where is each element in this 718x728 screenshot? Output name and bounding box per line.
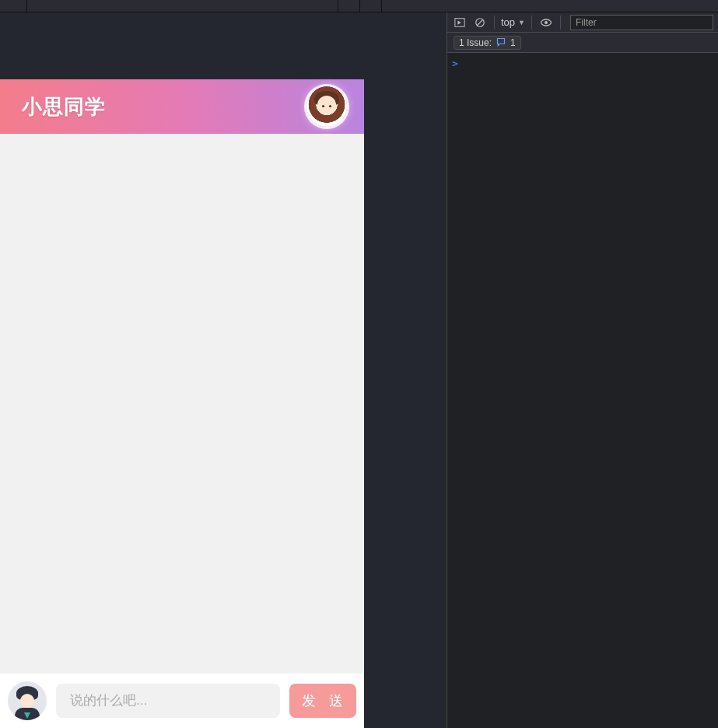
avatar-eye: [322, 105, 324, 107]
chat-window: 小思同学 发 送: [0, 79, 364, 728]
clear-console-icon[interactable]: [472, 15, 488, 30]
page-top-margin: [0, 12, 447, 79]
workspace: 小思同学 发 送: [0, 12, 718, 728]
devtools-panel: top ▼ 1 Issue: 1: [447, 12, 718, 728]
avatar-face: [20, 694, 34, 708]
issues-count: 1: [510, 37, 516, 48]
issues-label: 1 Issue:: [459, 37, 492, 48]
issues-bar: 1 Issue: 1: [447, 33, 718, 53]
console-prompt-icon: >: [452, 58, 458, 69]
chat-header: 小思同学: [0, 79, 364, 134]
issues-chip[interactable]: 1 Issue: 1: [454, 36, 521, 50]
toolbar-divider: [531, 16, 532, 30]
bot-avatar: [306, 86, 347, 127]
tab-stub[interactable]: [0, 0, 27, 12]
browser-tab-strip: [0, 0, 718, 12]
tab-stub[interactable]: [360, 0, 382, 12]
message-icon: [496, 37, 506, 48]
execution-context-selector[interactable]: top ▼: [501, 16, 525, 28]
avatar-face: [317, 96, 336, 114]
user-avatar: [8, 681, 47, 720]
live-expression-icon[interactable]: [538, 15, 554, 30]
svg-marker-1: [457, 20, 461, 24]
console-output[interactable]: >: [447, 53, 718, 728]
chat-title: 小思同学: [22, 93, 106, 121]
svg-line-3: [478, 19, 483, 25]
console-sidebar-toggle-icon[interactable]: [452, 15, 468, 30]
tab-stub[interactable]: [338, 0, 360, 12]
chat-message-area[interactable]: [0, 134, 364, 674]
console-toolbar: top ▼: [447, 12, 718, 33]
chevron-down-icon: ▼: [518, 19, 525, 26]
toolbar-divider: [560, 16, 561, 30]
console-filter-input[interactable]: [570, 15, 713, 30]
chat-input[interactable]: [56, 684, 280, 718]
context-label: top: [501, 16, 515, 28]
toolbar-divider: [494, 16, 495, 30]
avatar-eye: [329, 105, 331, 107]
svg-point-5: [545, 21, 548, 24]
avatar-tie: [24, 712, 30, 719]
tab-stub[interactable]: [27, 0, 338, 12]
send-button[interactable]: 发 送: [289, 684, 356, 718]
page-viewport: 小思同学 发 送: [0, 12, 447, 728]
chat-footer: 发 送: [0, 674, 364, 728]
